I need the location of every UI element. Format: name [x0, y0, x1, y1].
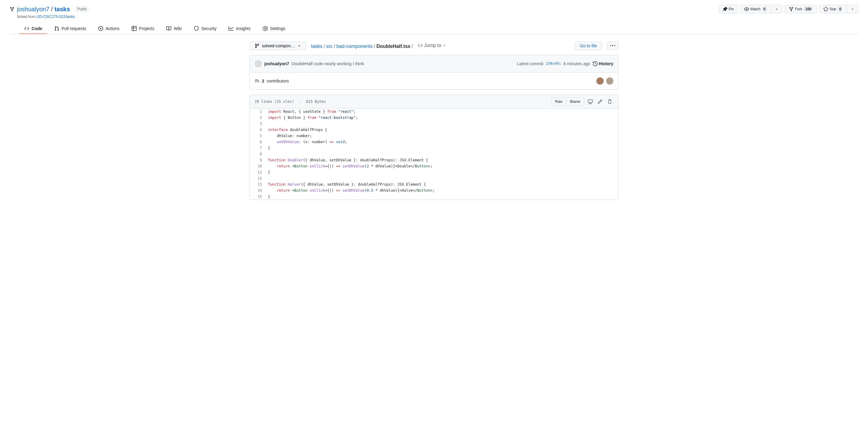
tab-settings[interactable]: Settings	[258, 24, 290, 34]
code-icon	[418, 43, 423, 48]
play-icon	[98, 26, 103, 31]
line-content	[265, 151, 618, 157]
code-line: 7}	[250, 145, 618, 151]
raw-button[interactable]: Raw	[551, 97, 566, 106]
line-number[interactable]: 10	[250, 163, 265, 169]
repo-forked-icon	[789, 7, 794, 11]
line-number[interactable]: 14	[250, 188, 265, 194]
repo-link[interactable]: tasks	[54, 6, 70, 12]
code-line: 8	[250, 151, 618, 157]
breadcrumb-root[interactable]: tasks	[311, 44, 322, 49]
contributors-label: contributors	[267, 78, 289, 84]
line-content: function Doubler({ dhValue, setDhValue }…	[265, 157, 618, 163]
code-table: 1import React, { useState } from "react"…	[250, 108, 618, 200]
history-link[interactable]: History	[593, 61, 613, 66]
line-number[interactable]: 6	[250, 139, 265, 145]
more-options-button[interactable]	[607, 41, 619, 50]
breadcrumb-file: DoubleHalf.tsx	[376, 44, 410, 49]
blame-button[interactable]: Blame	[566, 97, 584, 106]
line-number[interactable]: 2	[250, 115, 265, 121]
contributors-count: 2	[262, 78, 265, 84]
commit-author-avatar[interactable]	[255, 60, 262, 67]
trash-icon	[607, 99, 612, 104]
line-number[interactable]: 4	[250, 127, 265, 133]
book-icon	[166, 26, 171, 31]
breadcrumb-src[interactable]: src	[326, 44, 333, 49]
star-menu-button[interactable]	[847, 5, 858, 13]
pin-icon	[723, 7, 727, 11]
line-content: function Halver({ dhValue, setDhValue }:…	[265, 182, 618, 188]
code-line: 14 return <Button onClick={() => setDhVa…	[250, 188, 618, 194]
code-line: 3	[250, 121, 618, 127]
eye-icon	[744, 7, 749, 11]
line-content: import React, { useState } from "react";	[265, 108, 618, 115]
git-pull-request-icon	[54, 26, 59, 31]
pin-button[interactable]: Pin	[719, 5, 738, 13]
branch-select-button[interactable]: solved-compon…	[249, 41, 306, 50]
latest-commit-label: Latest commit	[517, 61, 543, 66]
tab-security[interactable]: Security	[189, 24, 222, 34]
tab-code[interactable]: Code	[20, 24, 47, 34]
watch-menu-button[interactable]	[771, 5, 782, 13]
code-line: 11}	[250, 169, 618, 175]
line-number[interactable]: 13	[250, 182, 265, 188]
line-content: return <Button onClick={() => setDhValue…	[265, 188, 618, 194]
contributor-avatar-1[interactable]	[596, 77, 603, 85]
commit-author-link[interactable]: joshualyon7	[265, 61, 289, 66]
line-number[interactable]: 15	[250, 194, 265, 200]
breadcrumb-bad[interactable]: bad-components	[337, 44, 373, 49]
line-number[interactable]: 12	[250, 175, 265, 182]
fork-count: 100	[803, 6, 813, 12]
edit-button[interactable]	[596, 98, 603, 105]
tab-pull-requests[interactable]: Pull requests	[50, 24, 91, 34]
jump-to-button[interactable]: Jump to	[418, 43, 446, 48]
star-icon	[824, 7, 828, 11]
line-number[interactable]: 1	[250, 108, 265, 115]
triangle-down-icon	[442, 44, 446, 47]
blob-info: 29 lines (25 sloc) 815 Bytes	[255, 99, 326, 104]
device-desktop-icon	[588, 99, 593, 104]
line-content: import { Button } from "react-bootstrap"…	[265, 115, 618, 121]
line-number[interactable]: 11	[250, 169, 265, 175]
line-content	[265, 175, 618, 182]
contributor-avatar-2[interactable]	[606, 77, 613, 85]
commit-message-link[interactable]: DoubleHalf code nearly working I think	[292, 61, 364, 66]
line-content: }	[265, 194, 618, 200]
tab-projects[interactable]: Projects	[127, 24, 159, 34]
visibility-badge: Public	[75, 7, 90, 11]
tab-actions[interactable]: Actions	[93, 24, 124, 34]
watch-count: 0	[762, 6, 768, 12]
triangle-down-icon	[298, 44, 301, 47]
line-number[interactable]: 3	[250, 121, 265, 127]
code-line: 4interface doubleHalfProps {	[250, 127, 618, 133]
pencil-icon	[597, 99, 602, 104]
line-content: dhValue: number;	[265, 133, 618, 139]
graph-icon	[228, 26, 234, 31]
code-line: 15}	[250, 194, 618, 200]
line-content: return <Button onClick={() => setDhValue…	[265, 163, 618, 169]
commit-sha-link[interactable]: 239c0fc	[546, 62, 561, 66]
line-number[interactable]: 7	[250, 145, 265, 151]
code-line: 10 return <Button onClick={() => setDhVa…	[250, 163, 618, 169]
path-sep: /	[51, 6, 54, 12]
owner-link[interactable]: joshualyon7	[17, 6, 50, 12]
code-line: 12	[250, 175, 618, 182]
delete-button[interactable]	[606, 98, 613, 105]
fork-button[interactable]: Fork 100	[785, 5, 817, 13]
line-number[interactable]: 9	[250, 157, 265, 163]
star-button[interactable]: Star 0	[819, 5, 847, 13]
watch-button[interactable]: Watch 0	[740, 5, 771, 13]
tab-wiki[interactable]: Wiki	[161, 24, 186, 34]
table-icon	[132, 26, 136, 31]
tab-insights[interactable]: Insights	[224, 24, 255, 34]
line-number[interactable]: 8	[250, 151, 265, 157]
code-line: 6 setDhValue: (x: number) => void;	[250, 139, 618, 145]
shield-icon	[194, 26, 199, 31]
forked-from-link[interactable]: UD-CISC275-S22/tasks	[36, 14, 75, 19]
line-content: }	[265, 169, 618, 175]
repo-forked-icon	[10, 7, 14, 11]
open-desktop-button[interactable]	[587, 98, 594, 105]
line-content	[265, 121, 618, 127]
go-to-file-button[interactable]: Go to file	[575, 41, 602, 50]
line-number[interactable]: 5	[250, 133, 265, 139]
